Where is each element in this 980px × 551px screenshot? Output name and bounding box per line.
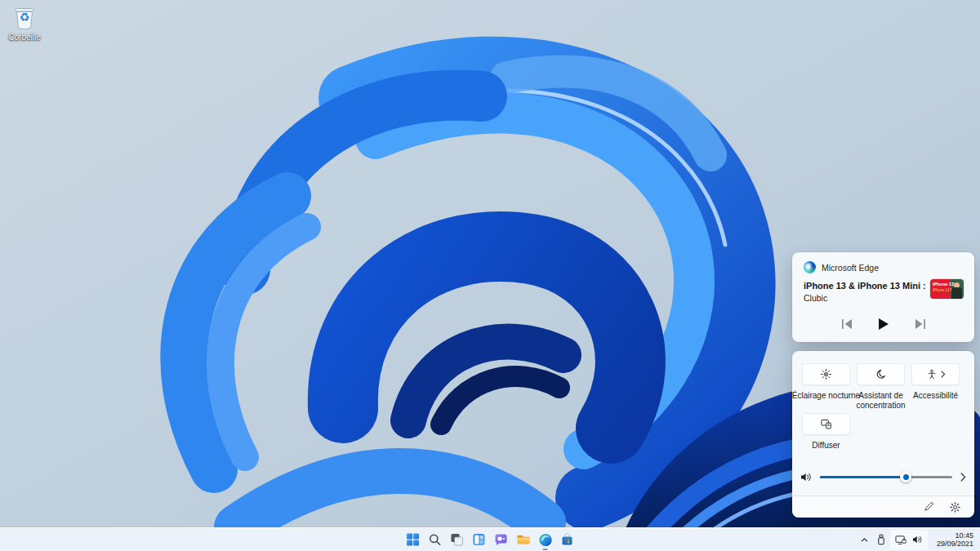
quick-settings-footer [792, 496, 974, 518]
edit-pencil-icon [923, 501, 934, 513]
media-controls [792, 317, 974, 331]
volume-fill [820, 476, 906, 479]
usb-tray-button[interactable] [873, 530, 889, 549]
recycle-bin-desktop-icon[interactable]: ♻ Corbeille [6, 5, 43, 42]
usb-icon [876, 534, 886, 545]
file-explorer-button[interactable] [514, 530, 533, 549]
cast-tile[interactable] [802, 413, 850, 435]
accessibility-tile[interactable] [911, 363, 960, 385]
volume-tray-icon [912, 535, 923, 544]
edge-logo-icon [804, 261, 816, 273]
previous-track-button[interactable] [840, 318, 853, 331]
chevron-up-icon [860, 535, 869, 544]
network-volume-tray-button[interactable] [890, 530, 928, 549]
settings-gear-icon [949, 501, 961, 513]
night-light-tile[interactable] [802, 363, 850, 385]
volume-row [800, 468, 966, 486]
focus-assist-tile[interactable] [857, 363, 905, 385]
widgets-icon [473, 533, 486, 546]
search-icon [429, 533, 442, 546]
desktop: ♻ Corbeille Microsoft Edge iPhone 13 & i… [0, 0, 980, 527]
tile-cell-cast: Diffuser [802, 413, 850, 463]
edge-running-indicator [543, 549, 548, 551]
network-icon [895, 535, 906, 545]
media-card-body: iPhone 13 & iPhone 13 Mini : Faut-il... … [792, 281, 974, 303]
play-button[interactable] [877, 317, 890, 331]
store-button[interactable] [558, 530, 577, 549]
recycle-bin-icon: ♻ [12, 5, 37, 31]
chat-button[interactable] [492, 530, 511, 549]
task-view-button[interactable] [448, 530, 467, 549]
clock-tray-button[interactable]: 10:45 29/09/2021 [933, 531, 978, 548]
media-thumbnail[interactable]: iPhone 13 iPhone 13 Mini [930, 279, 964, 299]
tray-date: 29/09/2021 [937, 540, 973, 548]
tile-cell-accessibility: Accessibilité [911, 363, 960, 413]
media-title: iPhone 13 & iPhone 13 Mini : Faut-il... [804, 281, 926, 291]
windows-start-icon [407, 533, 420, 546]
cast-label: Diffuser [789, 441, 864, 460]
teams-chat-icon [495, 533, 508, 546]
hidden-icons-button[interactable] [857, 530, 872, 549]
edge-icon [538, 533, 552, 547]
recycle-arrows-icon: ♻ [12, 11, 37, 23]
edit-quick-settings-button[interactable] [921, 500, 936, 514]
media-flyout-card: Microsoft Edge iPhone 13 & iPhone 13 Min… [792, 252, 974, 342]
quick-settings-tiles: Éclairage nocturne Assistant de concentr… [792, 351, 974, 463]
tray-time: 10:45 [937, 531, 973, 540]
thumbnail-person-body [951, 287, 962, 299]
previous-track-icon [842, 319, 852, 329]
microsoft-store-icon [561, 533, 574, 546]
chevron-right-icon [941, 371, 946, 378]
next-track-button[interactable] [914, 318, 927, 331]
accessibility-label: Accessibilité [898, 391, 973, 410]
night-light-icon [820, 368, 832, 380]
media-card-header: Microsoft Edge [792, 252, 974, 273]
volume-slider[interactable] [820, 471, 952, 482]
focus-assist-icon [875, 369, 887, 380]
thumbnail-text-line1: iPhone 13 [933, 282, 954, 287]
accessibility-person-icon [926, 369, 938, 380]
settings-button[interactable] [947, 500, 963, 515]
cast-icon [820, 418, 832, 430]
play-icon [879, 318, 889, 330]
widgets-button[interactable] [470, 530, 489, 549]
speaker-icon [800, 472, 812, 482]
taskbar: 10:45 29/09/2021 [0, 527, 980, 551]
media-app-name: Microsoft Edge [822, 263, 879, 273]
start-button[interactable] [403, 530, 423, 549]
task-view-icon [451, 533, 464, 546]
search-button[interactable] [425, 530, 445, 549]
taskbar-tray: 10:45 29/09/2021 [857, 528, 978, 551]
volume-thumb[interactable] [900, 471, 911, 482]
quick-settings-panel: Éclairage nocturne Assistant de concentr… [792, 351, 974, 518]
edge-taskbar-button[interactable] [536, 530, 555, 549]
next-track-icon [915, 319, 925, 329]
volume-expand-chevron-icon[interactable] [960, 473, 966, 482]
recycle-bin-label: Corbeille [8, 33, 40, 42]
file-explorer-icon [516, 533, 530, 546]
taskbar-center-icons [403, 528, 577, 551]
